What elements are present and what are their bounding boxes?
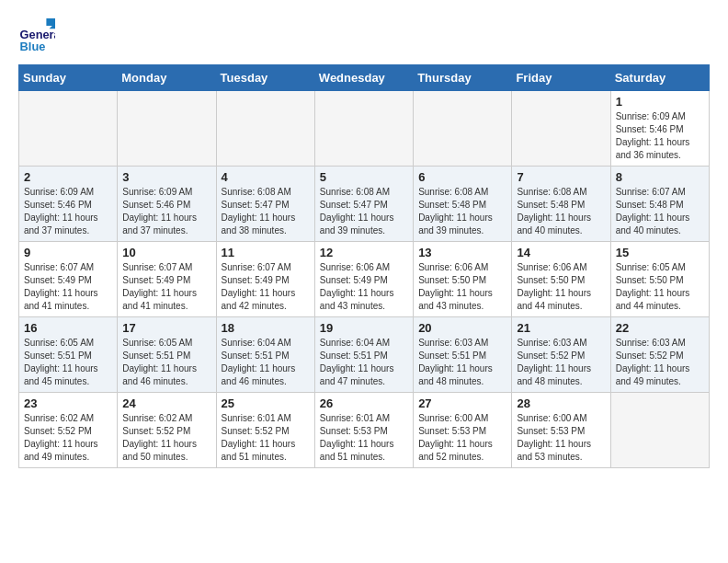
day-info: Sunrise: 6:07 AM Sunset: 5:49 PM Dayligh… — [122, 261, 210, 313]
calendar-cell: 24Sunrise: 6:02 AM Sunset: 5:52 PM Dayli… — [118, 393, 216, 468]
calendar-cell: 22Sunrise: 6:03 AM Sunset: 5:52 PM Dayli… — [610, 317, 709, 393]
day-info: Sunrise: 6:09 AM Sunset: 5:46 PM Dayligh… — [122, 186, 210, 237]
calendar-cell — [610, 393, 709, 468]
day-number: 7 — [517, 170, 605, 184]
day-info: Sunrise: 6:06 AM Sunset: 5:50 PM Dayligh… — [517, 261, 605, 313]
day-number: 1 — [616, 95, 704, 109]
calendar-cell: 18Sunrise: 6:04 AM Sunset: 5:51 PM Dayli… — [216, 317, 314, 393]
day-info: Sunrise: 6:00 AM Sunset: 5:53 PM Dayligh… — [418, 412, 506, 464]
calendar-cell: 21Sunrise: 6:03 AM Sunset: 5:52 PM Dayli… — [512, 317, 610, 393]
day-info: Sunrise: 6:04 AM Sunset: 5:51 PM Dayligh… — [222, 337, 310, 388]
day-info: Sunrise: 6:01 AM Sunset: 5:52 PM Dayligh… — [222, 412, 310, 464]
calendar-cell: 17Sunrise: 6:05 AM Sunset: 5:51 PM Dayli… — [118, 317, 216, 393]
day-number: 11 — [222, 246, 310, 259]
day-number: 17 — [122, 321, 210, 335]
week-row-5: 23Sunrise: 6:02 AM Sunset: 5:52 PM Dayli… — [19, 393, 710, 468]
day-info: Sunrise: 6:03 AM Sunset: 5:52 PM Dayligh… — [616, 337, 704, 388]
day-info: Sunrise: 6:03 AM Sunset: 5:51 PM Dayligh… — [418, 337, 506, 388]
day-number: 13 — [418, 246, 506, 259]
calendar-cell — [216, 91, 314, 167]
weekday-header-thursday: Thursday — [414, 65, 512, 91]
week-row-3: 9Sunrise: 6:07 AM Sunset: 5:49 PM Daylig… — [19, 242, 710, 317]
calendar-cell: 23Sunrise: 6:02 AM Sunset: 5:52 PM Dayli… — [19, 393, 118, 468]
calendar-cell — [512, 91, 610, 167]
week-row-1: 1Sunrise: 6:09 AM Sunset: 5:46 PM Daylig… — [19, 91, 710, 167]
svg-text:Blue: Blue — [20, 40, 46, 53]
calendar-cell: 6Sunrise: 6:08 AM Sunset: 5:48 PM Daylig… — [414, 167, 512, 242]
week-row-2: 2Sunrise: 6:09 AM Sunset: 5:46 PM Daylig… — [19, 167, 710, 242]
day-info: Sunrise: 6:07 AM Sunset: 5:49 PM Dayligh… — [24, 261, 112, 313]
calendar-cell — [314, 91, 413, 167]
day-number: 2 — [24, 170, 112, 184]
calendar-cell — [118, 91, 216, 167]
day-info: Sunrise: 6:08 AM Sunset: 5:47 PM Dayligh… — [320, 186, 408, 237]
day-number: 16 — [24, 321, 112, 335]
calendar-cell — [414, 91, 512, 167]
day-info: Sunrise: 6:08 AM Sunset: 5:48 PM Dayligh… — [517, 186, 605, 237]
day-number: 19 — [320, 321, 408, 335]
day-info: Sunrise: 6:08 AM Sunset: 5:47 PM Dayligh… — [222, 186, 310, 237]
day-number: 28 — [517, 396, 605, 410]
calendar-cell: 20Sunrise: 6:03 AM Sunset: 5:51 PM Dayli… — [414, 317, 512, 393]
day-number: 22 — [616, 321, 704, 335]
day-info: Sunrise: 6:06 AM Sunset: 5:49 PM Dayligh… — [320, 261, 408, 313]
day-number: 27 — [418, 396, 506, 410]
day-number: 15 — [616, 246, 704, 259]
calendar-cell: 4Sunrise: 6:08 AM Sunset: 5:47 PM Daylig… — [216, 167, 314, 242]
calendar-cell: 28Sunrise: 6:00 AM Sunset: 5:53 PM Dayli… — [512, 393, 610, 468]
logo: General Blue — [18, 18, 61, 55]
day-number: 4 — [222, 170, 310, 184]
calendar-cell: 9Sunrise: 6:07 AM Sunset: 5:49 PM Daylig… — [19, 242, 118, 317]
day-info: Sunrise: 6:02 AM Sunset: 5:52 PM Dayligh… — [122, 412, 210, 464]
calendar-cell: 11Sunrise: 6:07 AM Sunset: 5:49 PM Dayli… — [216, 242, 314, 317]
day-info: Sunrise: 6:06 AM Sunset: 5:50 PM Dayligh… — [418, 261, 506, 313]
day-info: Sunrise: 6:07 AM Sunset: 5:48 PM Dayligh… — [616, 186, 704, 237]
day-info: Sunrise: 6:09 AM Sunset: 5:46 PM Dayligh… — [24, 186, 112, 237]
calendar-cell: 8Sunrise: 6:07 AM Sunset: 5:48 PM Daylig… — [610, 167, 709, 242]
calendar-cell: 19Sunrise: 6:04 AM Sunset: 5:51 PM Dayli… — [314, 317, 413, 393]
calendar-table: SundayMondayTuesdayWednesdayThursdayFrid… — [18, 64, 710, 468]
calendar-cell: 25Sunrise: 6:01 AM Sunset: 5:52 PM Dayli… — [216, 393, 314, 468]
weekday-header-sunday: Sunday — [19, 65, 118, 91]
weekday-header-monday: Monday — [118, 65, 216, 91]
weekday-header-tuesday: Tuesday — [216, 65, 314, 91]
day-number: 20 — [418, 321, 506, 335]
day-info: Sunrise: 6:09 AM Sunset: 5:46 PM Dayligh… — [616, 110, 704, 162]
day-info: Sunrise: 6:01 AM Sunset: 5:53 PM Dayligh… — [320, 412, 408, 464]
weekday-header-friday: Friday — [512, 65, 610, 91]
day-number: 18 — [222, 321, 310, 335]
day-info: Sunrise: 6:04 AM Sunset: 5:51 PM Dayligh… — [320, 337, 408, 388]
calendar-cell: 10Sunrise: 6:07 AM Sunset: 5:49 PM Dayli… — [118, 242, 216, 317]
day-number: 10 — [122, 246, 210, 259]
day-info: Sunrise: 6:05 AM Sunset: 5:51 PM Dayligh… — [122, 337, 210, 388]
logo-icon: General Blue — [18, 18, 55, 55]
calendar-cell: 15Sunrise: 6:05 AM Sunset: 5:50 PM Dayli… — [610, 242, 709, 317]
day-number: 8 — [616, 170, 704, 184]
calendar-cell: 14Sunrise: 6:06 AM Sunset: 5:50 PM Dayli… — [512, 242, 610, 317]
calendar-cell: 1Sunrise: 6:09 AM Sunset: 5:46 PM Daylig… — [610, 91, 709, 167]
calendar-cell: 3Sunrise: 6:09 AM Sunset: 5:46 PM Daylig… — [118, 167, 216, 242]
day-info: Sunrise: 6:08 AM Sunset: 5:48 PM Dayligh… — [418, 186, 506, 237]
calendar-cell: 7Sunrise: 6:08 AM Sunset: 5:48 PM Daylig… — [512, 167, 610, 242]
day-number: 23 — [24, 396, 112, 410]
page-header: General Blue — [18, 18, 710, 55]
day-info: Sunrise: 6:03 AM Sunset: 5:52 PM Dayligh… — [517, 337, 605, 388]
calendar-cell: 2Sunrise: 6:09 AM Sunset: 5:46 PM Daylig… — [19, 167, 118, 242]
day-info: Sunrise: 6:07 AM Sunset: 5:49 PM Dayligh… — [222, 261, 310, 313]
day-info: Sunrise: 6:05 AM Sunset: 5:51 PM Dayligh… — [24, 337, 112, 388]
day-number: 14 — [517, 246, 605, 259]
calendar-cell: 5Sunrise: 6:08 AM Sunset: 5:47 PM Daylig… — [314, 167, 413, 242]
calendar-cell: 13Sunrise: 6:06 AM Sunset: 5:50 PM Dayli… — [414, 242, 512, 317]
weekday-header-wednesday: Wednesday — [314, 65, 413, 91]
day-info: Sunrise: 6:00 AM Sunset: 5:53 PM Dayligh… — [517, 412, 605, 464]
day-number: 9 — [24, 246, 112, 259]
calendar-cell: 27Sunrise: 6:00 AM Sunset: 5:53 PM Dayli… — [414, 393, 512, 468]
day-number: 3 — [122, 170, 210, 184]
week-row-4: 16Sunrise: 6:05 AM Sunset: 5:51 PM Dayli… — [19, 317, 710, 393]
day-number: 25 — [222, 396, 310, 410]
calendar-cell: 12Sunrise: 6:06 AM Sunset: 5:49 PM Dayli… — [314, 242, 413, 317]
day-number: 6 — [418, 170, 506, 184]
calendar-cell — [19, 91, 118, 167]
weekday-header-row: SundayMondayTuesdayWednesdayThursdayFrid… — [19, 65, 710, 91]
day-number: 12 — [320, 246, 408, 259]
